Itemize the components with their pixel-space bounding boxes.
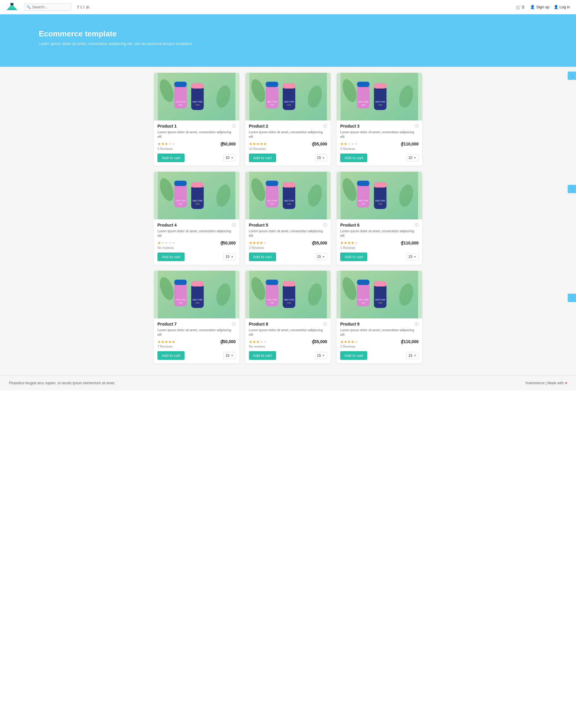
svg-text:SAM: SAM xyxy=(361,104,365,106)
product-info-icon-7[interactable]: ⓘ xyxy=(232,321,236,327)
product-actions-6: Add to cart 15 ▼ xyxy=(340,253,419,261)
add-to-cart-button-2[interactable]: Add to cart xyxy=(249,153,276,162)
product-price-4: ₫50,000 xyxy=(220,240,236,245)
qty-select-5[interactable]: 15 ▼ xyxy=(315,253,327,260)
search-input[interactable] xyxy=(32,5,71,9)
qty-arrow-7: ▼ xyxy=(231,354,234,357)
login-button[interactable]: 👤 Log in xyxy=(554,5,570,9)
product-actions-4: Add to cart 15 ▼ xyxy=(157,253,236,261)
product-stars-row-3: ★★★★★ ₫110,000 xyxy=(340,142,419,146)
product-reviews-2: 10 Reviews xyxy=(249,147,327,150)
product-info-8: Product 8 ⓘ Lorem ipsum dolor sit amet, … xyxy=(246,318,331,364)
product-reviews-4: No reviews xyxy=(157,246,236,250)
add-to-cart-button-8[interactable]: Add to cart xyxy=(249,351,276,360)
add-to-cart-button-3[interactable]: Add to cart xyxy=(340,153,367,162)
linkedin-icon[interactable]: in xyxy=(86,5,89,9)
add-to-cart-button-6[interactable]: Add to cart xyxy=(340,253,367,261)
product-reviews-6: 1 Reviews xyxy=(340,246,419,250)
svg-text:SAM: SAM xyxy=(196,302,199,304)
product-stars-3: ★★★★★ xyxy=(340,142,358,146)
product-card-9: HECTOR SAM HECTOR SAM Product 9 ⓘ Lorem … xyxy=(337,271,422,364)
cart-button[interactable]: 🛒 0 xyxy=(516,5,524,9)
product-info-icon-5[interactable]: ⓘ xyxy=(323,223,327,228)
product-info-icon-3[interactable]: ⓘ xyxy=(415,123,419,129)
qty-value-7: 15 xyxy=(225,354,229,358)
svg-text:SAM: SAM xyxy=(196,104,199,106)
product-name-2: Product 2 xyxy=(249,124,268,128)
product-stars-7: ★★★★★ xyxy=(157,340,175,344)
product-reviews-7: 7 Reviews xyxy=(157,345,236,348)
qty-arrow-2: ▼ xyxy=(322,156,325,159)
side-button-3[interactable]: 💧 xyxy=(568,294,576,302)
svg-text:HECTOR: HECTOR xyxy=(284,298,294,301)
product-actions-9: Add to cart 15 ▼ xyxy=(340,351,419,360)
product-info-icon-8[interactable]: ⓘ xyxy=(323,321,327,327)
product-info-icon-1[interactable]: ⓘ xyxy=(232,123,236,129)
add-to-cart-button-9[interactable]: Add to cart xyxy=(340,351,367,360)
svg-rect-16 xyxy=(266,82,278,87)
logo[interactable] xyxy=(6,3,18,11)
facebook-icon[interactable]: f xyxy=(78,5,79,9)
qty-select-8[interactable]: 15 ▼ xyxy=(315,352,327,359)
search-bar[interactable]: 🔍 xyxy=(24,3,71,11)
product-name-row-4: Product 4 ⓘ xyxy=(157,223,236,228)
product-card-8: HECTOR SAM HECTOR SAM Product 8 ⓘ Lorem … xyxy=(246,271,331,364)
svg-text:HECTOR: HECTOR xyxy=(193,298,203,301)
product-info-icon-6[interactable]: ⓘ xyxy=(415,223,419,228)
twitter-icon[interactable]: t xyxy=(81,5,82,9)
product-name-5: Product 5 xyxy=(249,223,268,228)
svg-rect-8 xyxy=(191,86,204,110)
svg-text:HECTOR: HECTOR xyxy=(193,199,203,202)
product-card-5: HECTOR SAM HECTOR SAM Product 5 ⓘ Lorem … xyxy=(246,172,331,265)
svg-rect-2 xyxy=(10,3,13,5)
product-price-3: ₫110,000 xyxy=(401,142,419,146)
svg-rect-96 xyxy=(374,284,387,308)
footer-brand: Vuemmerce | Made with xyxy=(525,381,564,385)
add-to-cart-button-4[interactable]: Add to cart xyxy=(157,253,184,261)
product-info-icon-2[interactable]: ⓘ xyxy=(323,123,327,129)
qty-value-9: 15 xyxy=(408,354,412,358)
side-button-1[interactable]: 💧 xyxy=(568,71,576,80)
cart-count: 0 xyxy=(522,5,524,9)
add-to-cart-button-1[interactable]: Add to cart xyxy=(157,153,184,162)
hero-subtitle: Lorem ipsum dolor sit amet, consectetur … xyxy=(39,41,567,46)
qty-arrow-9: ▼ xyxy=(413,354,416,357)
qty-select-2[interactable]: 15 ▼ xyxy=(315,154,327,161)
svg-text:SAM: SAM xyxy=(196,203,199,205)
product-card-1: HECTOR SAM HECTOR SAM Product 1 ⓘ Lorem … xyxy=(154,73,239,166)
qty-select-1[interactable]: 10 ▼ xyxy=(223,154,235,161)
product-name-3: Product 3 xyxy=(340,124,359,128)
product-info-icon-4[interactable]: ⓘ xyxy=(232,223,236,228)
product-desc-1: Lorem ipsum dolor sit amet, consectetur … xyxy=(157,130,236,139)
side-button-2[interactable]: 💧 xyxy=(568,185,576,193)
product-info-icon-9[interactable]: ⓘ xyxy=(415,321,419,327)
qty-select-4[interactable]: 15 ▼ xyxy=(223,253,235,260)
search-icon: 🔍 xyxy=(27,5,31,9)
svg-text:HECTOR: HECTOR xyxy=(358,199,369,202)
svg-text:HECTOR: HECTOR xyxy=(176,199,186,202)
signup-button[interactable]: 👤 Sign up xyxy=(530,5,549,9)
svg-rect-63 xyxy=(374,185,387,209)
svg-rect-60 xyxy=(357,181,370,186)
svg-text:HECTOR: HECTOR xyxy=(176,298,186,301)
svg-text:SAM: SAM xyxy=(378,302,382,304)
svg-rect-52 xyxy=(283,185,295,209)
qty-select-7[interactable]: 15 ▼ xyxy=(223,352,235,359)
qty-select-3[interactable]: 10 ▼ xyxy=(406,154,419,161)
svg-text:HECTOR: HECTOR xyxy=(284,199,294,202)
svg-rect-9 xyxy=(191,83,204,89)
product-stars-row-5: ★★★★★ ₫35,000 xyxy=(249,240,327,245)
svg-rect-53 xyxy=(283,182,295,187)
svg-rect-64 xyxy=(374,182,387,187)
qty-select-6[interactable]: 15 ▼ xyxy=(406,253,419,260)
qty-arrow-5: ▼ xyxy=(322,255,325,259)
qty-select-9[interactable]: 15 ▼ xyxy=(406,352,419,359)
product-stars-row-9: ★★★★★ ₫110,000 xyxy=(340,339,419,344)
add-to-cart-button-5[interactable]: Add to cart xyxy=(249,253,276,261)
product-price-5: ₫35,000 xyxy=(312,240,327,245)
add-to-cart-button-7[interactable]: Add to cart xyxy=(157,351,184,360)
svg-text:SAM: SAM xyxy=(361,302,365,304)
product-name-8: Product 8 xyxy=(249,322,268,326)
heart-icon: ♥ xyxy=(565,381,567,385)
instagram-icon[interactable]: i xyxy=(84,5,84,9)
